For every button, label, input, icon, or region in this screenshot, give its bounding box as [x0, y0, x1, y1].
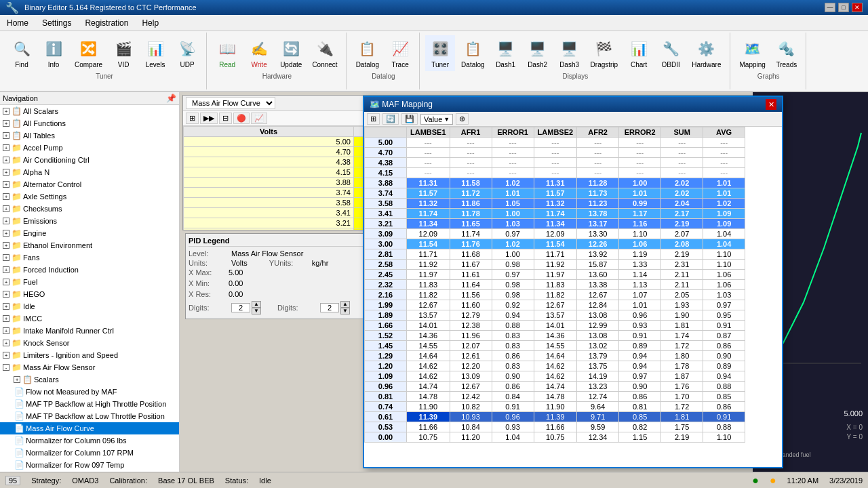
maf-cell[interactable]: 0.88 [492, 321, 534, 331]
maf-cell[interactable]: 0.90 [619, 382, 661, 392]
curve-cell-v1[interactable]: 3.21 [184, 218, 354, 228]
udp-button[interactable]: 📡 UDP [172, 35, 202, 71]
curve-cell-v1[interactable]: 3.58 [184, 198, 354, 208]
maf-cell[interactable]: 2.02 [661, 188, 703, 199]
maf-cell[interactable]: 0.99 [619, 199, 661, 209]
close-button[interactable]: ✕ [852, 3, 863, 12]
maf-cell[interactable]: 14.19 [577, 371, 619, 382]
maf-cell[interactable]: --- [619, 158, 661, 168]
minimize-button[interactable]: — [825, 3, 835, 12]
sidebar-item-checksums[interactable]: + 📁 Checksums [0, 203, 179, 215]
maf-cell[interactable]: 12.38 [450, 321, 492, 331]
maf-cell[interactable]: 14.62 [534, 361, 577, 371]
maf-cell[interactable]: 0.97 [619, 371, 661, 382]
sidebar-item-scalars[interactable]: + 📋 Scalars [0, 373, 179, 386]
maf-cell[interactable]: 11.74 [450, 229, 492, 239]
maf-cell[interactable]: 2.19 [661, 249, 703, 260]
maf-cell[interactable]: 11.82 [407, 290, 450, 300]
curve-tool-1[interactable]: ⊞ [186, 113, 199, 124]
maf-cell[interactable]: --- [534, 138, 577, 148]
sidebar-item-hego[interactable]: + 📁 HEGO [0, 288, 179, 300]
digits-up-2[interactable]: ▲ [340, 301, 350, 308]
maf-cell[interactable]: 12.67 [534, 300, 577, 310]
maf-cell[interactable]: 11.72 [450, 188, 492, 199]
maf-cell[interactable]: 1.01 [492, 188, 534, 199]
maf-cell[interactable]: --- [534, 168, 577, 178]
maf-cell[interactable]: 11.66 [534, 422, 577, 432]
maf-cell[interactable]: 0.92 [492, 300, 534, 310]
sidebar-item-all-functions[interactable]: + 📋 All Functions [0, 117, 179, 129]
maf-cell[interactable]: 11.74 [534, 209, 577, 219]
maf-cell[interactable]: 10.84 [450, 422, 492, 432]
maf-cell[interactable]: 1.05 [492, 199, 534, 209]
digits-down-1[interactable]: ▼ [252, 308, 261, 314]
maf-cell[interactable]: 14.01 [407, 321, 450, 331]
maf-cell[interactable]: 13.08 [577, 310, 619, 321]
maf-cell[interactable]: 0.98 [492, 280, 534, 290]
maf-cell[interactable]: 13.17 [577, 219, 619, 229]
sidebar-content[interactable]: + 📋 All Scalars + 📋 All Functions + 📋 Al… [0, 105, 179, 472]
maf-cell[interactable]: 0.82 [619, 422, 661, 432]
maf-cell[interactable]: 1.09 [703, 209, 745, 219]
maf-cell[interactable]: 14.74 [407, 382, 450, 392]
maf-cell[interactable]: 0.86 [703, 341, 745, 351]
maf-cell[interactable]: 1.03 [492, 219, 534, 229]
maf-cell[interactable]: 10.82 [450, 402, 492, 412]
maf-cell[interactable]: 1.90 [661, 310, 703, 321]
maf-cell[interactable]: 0.83 [492, 341, 534, 351]
maf-cell[interactable]: 12.61 [450, 351, 492, 361]
sidebar-item-limiters[interactable]: + 📁 Limiters - Ignition and Speed [0, 349, 179, 361]
maf-cell[interactable]: 14.55 [407, 341, 450, 351]
maf-cell[interactable]: 1.04 [703, 239, 745, 249]
sidebar-item-norm-096[interactable]: 📄 Normalizer for Column 096 lbs [0, 434, 179, 447]
maf-cell[interactable]: --- [492, 158, 534, 168]
maf-cell[interactable]: 11.54 [407, 239, 450, 249]
maf-cell[interactable]: 0.91 [492, 402, 534, 412]
menu-settings[interactable]: Settings [35, 17, 78, 29]
maf-cell[interactable]: 0.83 [492, 331, 534, 341]
maf-cell[interactable]: 11.31 [407, 178, 450, 188]
maf-cell[interactable]: 2.19 [661, 432, 703, 443]
maf-cell[interactable]: 11.57 [534, 188, 577, 199]
sidebar-item-intake-manifold[interactable]: + 📁 Intake Manifold Runner Ctrl [0, 325, 179, 337]
maf-cell[interactable]: --- [577, 168, 619, 178]
maf-cell[interactable]: 0.94 [619, 361, 661, 371]
maf-cell[interactable]: 11.58 [450, 178, 492, 188]
obdii-button[interactable]: 🔧 OBDII [656, 35, 686, 71]
maf-cell[interactable]: 0.91 [703, 321, 745, 331]
maf-cell[interactable]: 1.07 [619, 290, 661, 300]
maf-cell[interactable]: 11.82 [534, 290, 577, 300]
info-button[interactable]: ℹ️ Info [39, 35, 68, 71]
maf-table-wrap[interactable]: LAMBSE1 AFR1 ERROR1 LAMBSE2 AFR2 ERROR2 … [364, 127, 782, 467]
maf-cell[interactable]: 1.06 [619, 239, 661, 249]
sidebar-item-all-scalars[interactable]: + 📋 All Scalars [0, 105, 179, 117]
maf-cell[interactable]: 0.85 [619, 412, 661, 422]
maf-cell[interactable]: 11.71 [534, 249, 577, 260]
maf-cell[interactable]: 0.93 [619, 321, 661, 331]
trace-button[interactable]: 📈 Trace [385, 35, 415, 71]
maf-cell[interactable]: 2.04 [661, 199, 703, 209]
sidebar-item-ethanol[interactable]: + 📁 Ethanol Environment [0, 239, 179, 251]
maf-cell[interactable]: 1.76 [661, 382, 703, 392]
maf-cell[interactable]: 0.96 [492, 412, 534, 422]
maf-cell[interactable]: 14.64 [407, 351, 450, 361]
maf-cell[interactable]: 14.78 [534, 392, 577, 402]
digits-down-2[interactable]: ▼ [340, 308, 350, 314]
maf-cell[interactable]: 11.56 [450, 290, 492, 300]
maf-cell[interactable]: 0.86 [492, 351, 534, 361]
maf-cell[interactable]: 11.74 [407, 209, 450, 219]
curve-tool-3[interactable]: ⊟ [219, 113, 232, 124]
maf-cell[interactable]: 11.67 [450, 260, 492, 270]
maf-cell[interactable]: 12.26 [577, 239, 619, 249]
maf-cell[interactable]: 12.09 [534, 229, 577, 239]
treads-button[interactable]: 🔩 Treads [772, 35, 802, 71]
curve-cell-v1[interactable]: 3.74 [184, 188, 354, 198]
sidebar-item-imcc[interactable]: + 📁 IMCC [0, 312, 179, 325]
maf-cell[interactable]: 12.42 [450, 392, 492, 402]
sidebar-item-accel-pump[interactable]: + 📁 Accel Pump [0, 142, 179, 154]
sidebar-item-fans[interactable]: + 📁 Fans [0, 251, 179, 264]
maf-cell[interactable]: 11.92 [407, 260, 450, 270]
value-dropdown[interactable]: Value ▼ [420, 114, 453, 125]
maf-cell[interactable]: 11.39 [534, 412, 577, 422]
maf-cell[interactable]: 1.01 [619, 188, 661, 199]
